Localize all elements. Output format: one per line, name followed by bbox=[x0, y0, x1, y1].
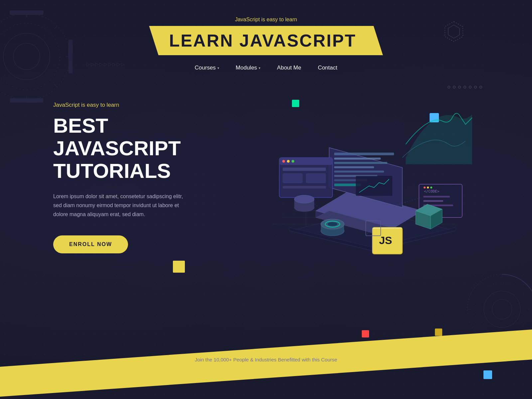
svg-rect-62 bbox=[306, 173, 326, 183]
nav-courses-label: Courses bbox=[195, 65, 216, 71]
svg-point-59 bbox=[292, 160, 294, 163]
hero-section: JavaScript is easy to learn BEST JAVASCR… bbox=[0, 71, 532, 264]
nav-about[interactable]: About Me bbox=[277, 65, 301, 71]
svg-point-58 bbox=[287, 160, 290, 163]
hero-title: BEST JAVASCRIPT TUTORIALS bbox=[53, 114, 219, 183]
svg-point-18 bbox=[484, 291, 520, 328]
svg-rect-48 bbox=[334, 166, 374, 168]
nav-modules-arrow: ▾ bbox=[259, 66, 260, 70]
svg-rect-53 bbox=[356, 176, 392, 196]
hero-title-line1: BEST JAVASCRIPT bbox=[53, 114, 181, 160]
svg-rect-47 bbox=[334, 162, 387, 164]
hero-tagline: JavaScript is easy to learn bbox=[53, 102, 219, 108]
svg-rect-86 bbox=[372, 227, 402, 229]
nav-modules[interactable]: Modules ▾ bbox=[236, 65, 260, 71]
hero-illustration: </CODE> JS bbox=[233, 91, 479, 264]
svg-rect-45 bbox=[334, 153, 394, 155]
svg-point-80 bbox=[430, 187, 432, 189]
title-banner: LEARN JAVASCRIPT bbox=[149, 26, 383, 55]
hero-description: Lorem ipsum dolor sit amet, consetetur s… bbox=[53, 192, 186, 219]
site-title: LEARN JAVASCRIPT bbox=[169, 31, 356, 50]
iso-illustration-svg: </CODE> JS bbox=[233, 91, 479, 264]
svg-text:JS: JS bbox=[379, 234, 392, 246]
nav-contact-label: Contact bbox=[318, 65, 337, 71]
header-subtitle: JavaScript is easy to learn bbox=[0, 17, 532, 23]
svg-point-19 bbox=[492, 299, 512, 319]
svg-rect-46 bbox=[334, 158, 381, 160]
svg-line-24 bbox=[475, 283, 478, 285]
main-nav: Courses ▾ Modules ▾ About Me Contact bbox=[0, 65, 532, 71]
svg-point-17 bbox=[475, 283, 529, 336]
svg-rect-61 bbox=[283, 173, 303, 183]
svg-rect-74 bbox=[423, 196, 450, 198]
yellow-stripe-decoration bbox=[0, 328, 532, 399]
svg-text:</CODE>: </CODE> bbox=[424, 189, 440, 194]
title-banner-bg: LEARN JAVASCRIPT bbox=[149, 26, 383, 55]
hero-left-content: JavaScript is easy to learn BEST JAVASCR… bbox=[53, 102, 219, 253]
site-header: JavaScript is easy to learn LEARN JAVASC… bbox=[0, 0, 532, 71]
gold-square-bottom-right bbox=[435, 329, 442, 336]
nav-courses[interactable]: Courses ▾ bbox=[195, 65, 219, 71]
svg-point-57 bbox=[282, 160, 285, 163]
svg-point-66 bbox=[294, 195, 314, 203]
svg-rect-49 bbox=[334, 171, 384, 173]
nav-about-label: About Me bbox=[277, 65, 301, 71]
svg-point-79 bbox=[427, 187, 429, 189]
svg-point-78 bbox=[424, 187, 426, 189]
red-square bbox=[362, 330, 369, 337]
blue-square-corner bbox=[483, 370, 492, 379]
svg-point-71 bbox=[328, 222, 337, 226]
nav-contact[interactable]: Contact bbox=[318, 65, 337, 71]
nav-courses-arrow: ▾ bbox=[217, 66, 219, 70]
svg-rect-63 bbox=[283, 186, 326, 189]
svg-rect-75 bbox=[423, 200, 443, 202]
hero-title-line2: TUTORIALS bbox=[53, 159, 171, 182]
join-text: Join the 10,000+ People & Industries Ben… bbox=[0, 357, 532, 362]
nav-modules-label: Modules bbox=[236, 65, 257, 71]
enroll-button[interactable]: ENROLL NOW bbox=[53, 235, 128, 253]
svg-rect-60 bbox=[283, 168, 326, 171]
